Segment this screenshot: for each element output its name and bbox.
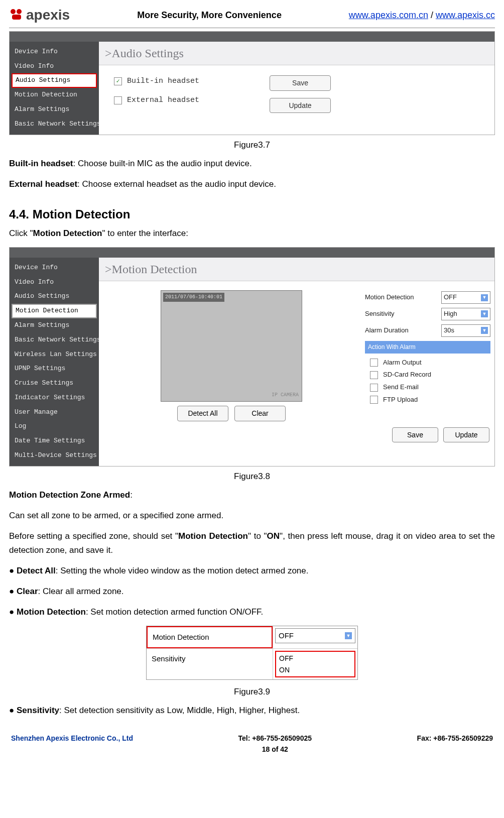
sensitivity-label: Sensitivity [365, 309, 441, 319]
footer-company: Shenzhen Apexis Electronic Co., Ltd [11, 733, 133, 755]
sidebar-item[interactable]: Cruise Settings [10, 376, 99, 391]
page-header: apexis More Security, More Convenience w… [9, 4, 495, 28]
update-button[interactable]: Update [270, 98, 331, 113]
sidebar-item[interactable]: Audio Settings [10, 289, 99, 304]
video-watermark: IP CAMERA [272, 391, 299, 399]
page-footer: Shenzhen Apexis Electronic Co., Ltd Tel:… [9, 733, 495, 755]
footer-center: Tel: +86-755-2650902518 of 42 [238, 733, 312, 755]
sidebar-item[interactable]: Log [10, 419, 99, 434]
builtin-headset-checkbox[interactable]: ✓Built-in headset [114, 75, 199, 87]
sidebar-item[interactable]: Device Info [10, 45, 99, 59]
brand-logo: apexis [9, 4, 70, 27]
sidebar-item[interactable]: Device Info [10, 261, 99, 275]
figure-3-8-caption: Figure3.8 [9, 470, 495, 483]
section-4-4-intro: Click "Motion Detection" to enter the in… [9, 226, 495, 240]
bullet-detect-all: ● Detect All: Setting the whole video wi… [9, 564, 495, 577]
figure-3-7-caption: Figure3.7 [9, 138, 495, 152]
motion-zone-desc1: Can set all zone to be armed, or a speci… [9, 509, 495, 522]
video-preview[interactable]: 2011/07/06-10:40:01 IP CAMERA [161, 290, 302, 402]
sidebar-item[interactable]: Date Time Settings [10, 434, 99, 448]
send-email-checkbox[interactable]: Send E-mail [370, 382, 490, 393]
sidebar-item[interactable]: Video Info [10, 59, 99, 74]
section-4-4-heading: 4.4. Motion Detection [9, 205, 495, 224]
panel-title: >Motion Detection [99, 258, 494, 281]
ftp-upload-checkbox[interactable]: FTP Upload [370, 395, 490, 405]
motion-zone-desc2: Before setting a specified zone, should … [9, 529, 495, 556]
panel-title: >Audio Settings [99, 42, 494, 65]
figure-3-8-screenshot: Device Info Video Info Audio Settings Mo… [9, 247, 495, 466]
fig37-sidebar: Device Info Video Info Audio Settings Mo… [10, 42, 99, 135]
motion-detection-select[interactable]: OFF▼ [275, 628, 355, 643]
bullet-motion-detection: ● Motion Detection: Set motion detection… [9, 605, 495, 619]
sidebar-item[interactable]: Basic Network Settings [10, 117, 99, 132]
chevron-down-icon: ▼ [481, 294, 488, 301]
alarm-output-checkbox[interactable]: Alarm Output [370, 358, 490, 368]
sidebar-item[interactable]: Indicator Settings [10, 391, 99, 405]
builtin-headset-desc: Built-in headset: Choose built-in MIC as… [9, 157, 495, 170]
sidebar-item[interactable]: Multi-Device Settings [10, 448, 99, 463]
chevron-down-icon: ▼ [481, 327, 488, 334]
save-button[interactable]: Save [270, 75, 331, 90]
bullet-sensitivity: ● Sensitivity: Set detection sensitivity… [9, 704, 495, 717]
motion-detection-label: Motion Detection [147, 626, 273, 648]
chevron-down-icon: ▼ [345, 632, 352, 639]
motion-zone-armed-heading: Motion Detection Zone Armed: [9, 488, 495, 502]
brand-text: apexis [26, 4, 70, 27]
sidebar-item[interactable]: UPNP Settings [10, 362, 99, 376]
external-headset-checkbox[interactable]: External headset [114, 94, 199, 106]
chevron-down-icon: ▼ [481, 310, 488, 317]
update-button[interactable]: Update [443, 427, 489, 442]
svg-point-0 [11, 9, 16, 14]
alarm-duration-select[interactable]: 30s▼ [441, 324, 490, 337]
sensitivity-select[interactable]: High▼ [441, 308, 490, 320]
external-headset-desc: External headset: Choose external headse… [9, 177, 495, 191]
figure-3-9-screenshot: Motion Detection OFF▼ Sensitivity OFFON [146, 626, 358, 680]
sidebar-item-audio-settings[interactable]: Audio Settings [12, 73, 97, 88]
sdcard-record-checkbox[interactable]: SD-Card Record [370, 370, 490, 380]
action-with-alarm-header: Action With Alarm [365, 341, 490, 354]
sidebar-item[interactable]: Alarm Settings [10, 318, 99, 333]
tagline: More Security, More Convenience [137, 8, 282, 23]
dropdown-options[interactable]: OFFON [275, 651, 355, 677]
link-apexis-cc[interactable]: www.apexis.cc [436, 10, 495, 20]
figure-3-9-caption: Figure3.9 [9, 685, 495, 698]
alarm-duration-label: Alarm Duration [365, 325, 441, 336]
link-apexis-cn[interactable]: www.apexis.com.cn [349, 10, 428, 20]
svg-rect-2 [12, 15, 21, 20]
motion-detection-label: Motion Detection [365, 292, 441, 303]
fig38-sidebar: Device Info Video Info Audio Settings Mo… [10, 258, 99, 466]
sidebar-item[interactable]: User Manage [10, 405, 99, 420]
sidebar-item[interactable]: Wireless Lan Settings [10, 347, 99, 362]
sidebar-item[interactable]: Motion Detection [10, 88, 99, 102]
bullet-clear: ● Clear: Clear all armed zone. [9, 585, 495, 598]
video-timestamp: 2011/07/06-10:40:01 [163, 293, 224, 302]
sidebar-item[interactable]: Basic Network Settings [10, 333, 99, 347]
sidebar-item[interactable]: Video Info [10, 275, 99, 290]
header-links: www.apexis.com.cn / www.apexis.cc [349, 8, 495, 23]
svg-point-1 [17, 9, 22, 14]
clear-button[interactable]: Clear [234, 406, 286, 421]
detect-all-button[interactable]: Detect All [177, 406, 228, 421]
sensitivity-label: Sensitivity [147, 649, 273, 679]
sidebar-item-motion-detection[interactable]: Motion Detection [12, 304, 97, 318]
sidebar-item[interactable]: Alarm Settings [10, 102, 99, 117]
figure-3-7-screenshot: Device Info Video Info Audio Settings Mo… [9, 31, 495, 135]
footer-fax: Fax: +86-755-26509229 [417, 733, 493, 755]
motion-detection-select[interactable]: OFF▼ [441, 291, 490, 304]
save-button[interactable]: Save [392, 427, 438, 442]
